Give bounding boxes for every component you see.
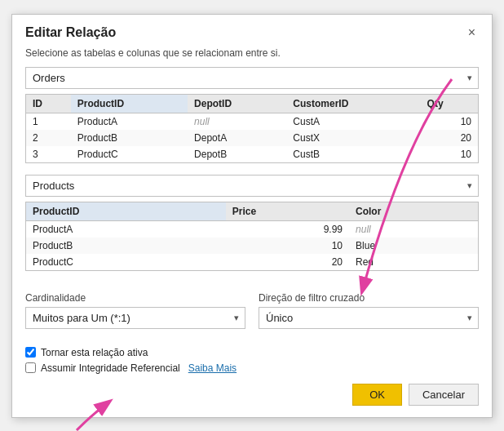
dialog-title: Editar Relação: [25, 25, 116, 40]
table-row: ProductB 10 Blue: [26, 238, 478, 254]
table-row: 2 ProductB DepotA CustX 20: [26, 130, 478, 146]
cardinality-dropdown[interactable]: Muitos para Um (*:1): [25, 307, 245, 329]
cell-color: Blue: [349, 238, 478, 254]
cell-id: 1: [26, 113, 71, 130]
table2-wrapper: ProductID Price Color ProductA 9.99 null…: [25, 202, 479, 271]
cell-customerid: CustX: [286, 130, 420, 146]
table1-col-depotid: DepotID: [188, 95, 286, 113]
footer-buttons: OK Cancelar: [12, 377, 492, 417]
table2-header-row: ProductID Price Color: [26, 202, 478, 221]
filter-label: Direção de filtro cruzado: [259, 292, 479, 304]
cell-depotid: DepotB: [188, 146, 286, 162]
table2-dropdown-wrapper: Products: [25, 175, 479, 197]
cell-qty: 20: [421, 130, 478, 146]
cell-depotid: DepotA: [188, 130, 286, 146]
table1-col-qty: Qty: [421, 95, 478, 113]
table-row: 1 ProductA null CustA 10: [26, 113, 478, 130]
cancel-button[interactable]: Cancelar: [409, 384, 479, 406]
options-section: Tornar esta relação ativa Assumir Integr…: [12, 340, 492, 377]
active-relation-row: Tornar esta relação ativa: [25, 347, 479, 358]
table-row: 3 ProductC DepotB CustB 10: [26, 146, 478, 162]
table1-dropdown[interactable]: Orders: [25, 67, 479, 89]
cell-productid: ProductC: [26, 254, 226, 270]
cell-productid: ProductB: [26, 238, 226, 254]
filter-dropdown[interactable]: Único: [259, 307, 479, 329]
cell-depotid: null: [188, 113, 286, 130]
filter-section: Direção de filtro cruzado Único: [259, 292, 479, 329]
cell-productid: ProductA: [71, 113, 188, 130]
cell-id: 3: [26, 146, 71, 162]
cell-price: 10: [226, 238, 349, 254]
table2-col-color: Color: [349, 202, 478, 221]
cell-productid: ProductB: [71, 130, 188, 146]
table-row: ProductC 20 Red: [26, 254, 478, 270]
cell-qty: 10: [421, 113, 478, 130]
cardinality-dropdown-wrapper: Muitos para Um (*:1): [25, 307, 245, 329]
cardinality-filter-section: Cardinalidade Muitos para Um (*:1) Direç…: [12, 292, 492, 340]
table1-col-customerid: CustomerID: [286, 95, 420, 113]
filter-dropdown-wrapper: Único: [259, 307, 479, 329]
table1-wrapper: ID ProductID DepotID CustomerID Qty 1 Pr…: [25, 94, 479, 163]
cell-color: null: [349, 220, 478, 238]
table1-col-id: ID: [26, 95, 71, 113]
referential-label[interactable]: Assumir Integridade Referencial: [41, 362, 180, 374]
active-relation-checkbox[interactable]: [25, 347, 36, 358]
cardinality-section: Cardinalidade Muitos para Um (*:1): [25, 292, 245, 329]
table2: ProductID Price Color ProductA 9.99 null…: [26, 202, 478, 270]
cell-price: 20: [226, 254, 349, 270]
table1-header-row: ID ProductID DepotID CustomerID Qty: [26, 95, 478, 113]
table2-col-productid: ProductID: [26, 202, 226, 221]
referential-row: Assumir Integridade Referencial Saiba Ma…: [25, 362, 479, 374]
table2-dropdown[interactable]: Products: [25, 175, 479, 197]
table2-col-price: Price: [226, 202, 349, 221]
table1-dropdown-wrapper: Orders: [25, 67, 479, 89]
cell-color: Red: [349, 254, 478, 270]
table-row: ProductA 9.99 null: [26, 220, 478, 238]
learn-more-link[interactable]: Saiba Mais: [188, 362, 237, 374]
cell-productid: ProductC: [71, 146, 188, 162]
cell-id: 2: [26, 130, 71, 146]
close-button[interactable]: ×: [465, 24, 479, 41]
dialog-subtitle: Selecione as tabelas e colunas que se re…: [12, 47, 492, 67]
cell-customerid: CustA: [286, 113, 420, 130]
table1-col-productid: ProductID: [71, 95, 188, 113]
active-relation-label[interactable]: Tornar esta relação ativa: [41, 347, 148, 358]
table1: ID ProductID DepotID CustomerID Qty 1 Pr…: [26, 95, 478, 162]
cardinality-label: Cardinalidade: [25, 292, 245, 304]
cell-customerid: CustB: [286, 146, 420, 162]
cell-qty: 10: [421, 146, 478, 162]
ok-button[interactable]: OK: [352, 384, 402, 406]
referential-checkbox[interactable]: [25, 362, 36, 373]
cell-productid: ProductA: [26, 220, 226, 238]
cell-price: 9.99: [226, 220, 349, 238]
